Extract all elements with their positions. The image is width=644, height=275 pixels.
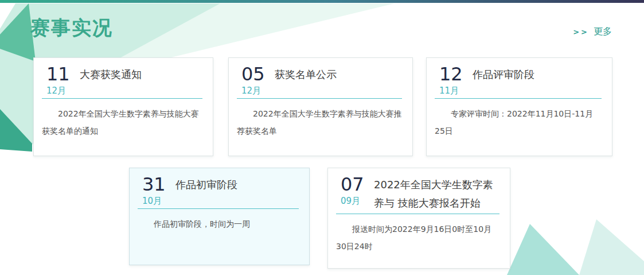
event-card-registration-start[interactable]: 07 09月 2022年全国大学生数字素养与 技能大赛报名开始 报送时间为202… — [327, 168, 510, 269]
top-gradient-bar — [0, 0, 644, 3]
event-date-box: 05 12月 — [241, 64, 268, 97]
event-title: 获奖名单公示 — [275, 64, 337, 84]
more-link[interactable]: >>更多 — [573, 26, 612, 38]
event-title: 大赛获奖通知 — [80, 64, 142, 84]
event-title: 作品初审阶段 — [175, 174, 237, 194]
event-date-box: 31 10月 — [142, 174, 169, 207]
event-day: 12 — [439, 64, 466, 84]
event-date-box: 11 12月 — [46, 64, 73, 97]
event-description: 作品初审阶段，时间为一周 — [138, 215, 299, 233]
event-card-header: 11 12月 大赛获奖通知 — [42, 64, 202, 97]
event-description: 2022年全国大学生数字素养与技能大赛推荐获奖名单 — [237, 105, 402, 140]
section-title: 赛事实况 — [30, 15, 113, 41]
event-month: 12月 — [241, 84, 268, 97]
event-day: 31 — [142, 174, 169, 195]
card-divider — [138, 208, 299, 209]
event-month: 11月 — [439, 84, 466, 97]
event-card-header: 31 10月 作品初审阶段 — [138, 174, 299, 207]
event-month: 10月 — [142, 195, 169, 207]
card-divider — [336, 214, 499, 214]
event-description: 报送时间为2022年9月16日0时至10月30日24时 — [336, 220, 499, 255]
event-title: 2022年全国大学生数字素养与 技能大赛报名开始 — [374, 174, 499, 212]
event-month: 09月 — [341, 195, 367, 207]
event-title: 作品评审阶段 — [473, 64, 534, 84]
event-card-header: 12 11月 作品评审阶段 — [435, 64, 602, 97]
event-card-initial-review[interactable]: 31 10月 作品初审阶段 作品初审阶段，时间为一周 — [129, 168, 310, 265]
event-card-header: 05 12月 获奖名单公示 — [237, 64, 402, 97]
card-divider — [435, 98, 602, 99]
event-date-box: 12 11月 — [439, 64, 466, 97]
double-arrow-icon: >> — [573, 28, 589, 36]
event-card-header: 07 09月 2022年全国大学生数字素养与 技能大赛报名开始 — [336, 174, 499, 212]
card-divider — [237, 98, 402, 99]
event-day: 05 — [241, 64, 268, 84]
more-link-label: 更多 — [594, 26, 612, 37]
competition-live-section: 赛事实况 >>更多 11 12月 大赛获奖通知 2022年全国大学生数字素养与技… — [0, 0, 644, 275]
event-card-award-notice[interactable]: 11 12月 大赛获奖通知 2022年全国大学生数字素养与技能大赛获奖名单的通知 — [33, 57, 213, 156]
event-card-review-stage[interactable]: 12 11月 作品评审阶段 专家评审时间：2022年11月10日-11月25日 — [426, 57, 612, 156]
event-date-box: 07 09月 — [341, 174, 367, 207]
card-divider — [42, 98, 202, 99]
event-day: 07 — [341, 174, 367, 195]
decor-triangle-pale-bottomright — [578, 219, 644, 275]
decor-triangle-mint-bottomright — [507, 224, 579, 275]
event-day: 11 — [46, 64, 73, 84]
event-month: 12月 — [46, 84, 73, 97]
event-description: 2022年全国大学生数字素养与技能大赛获奖名单的通知 — [42, 105, 202, 140]
event-description: 专家评审时间：2022年11月10日-11月25日 — [435, 105, 602, 140]
event-card-winner-list[interactable]: 05 12月 获奖名单公示 2022年全国大学生数字素养与技能大赛推荐获奖名单 — [228, 57, 413, 156]
